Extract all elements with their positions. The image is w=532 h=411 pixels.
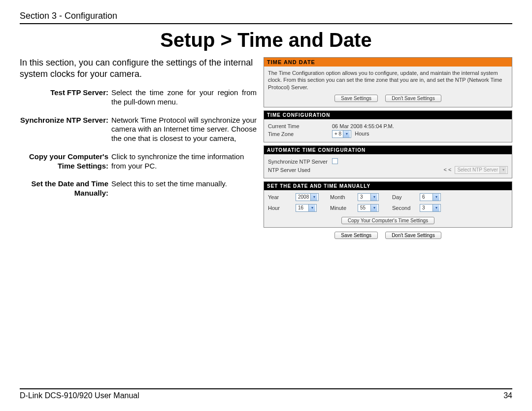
month-select[interactable]: 3▾ bbox=[358, 193, 379, 201]
time-zone-label: Time Zone bbox=[268, 131, 332, 137]
hours-label: Hours bbox=[355, 131, 369, 137]
year-select[interactable]: 2008▾ bbox=[296, 193, 319, 201]
ntp-arrows: < < bbox=[443, 167, 451, 172]
def-label: Set the Date and Time Manually: bbox=[20, 179, 108, 198]
second-select[interactable]: 3▾ bbox=[420, 204, 441, 212]
panel-auto-time-config: AUTOMATIC TIME CONFIGURATION Synchronize… bbox=[264, 145, 512, 178]
year-value: 2008 bbox=[298, 194, 309, 200]
header-rule bbox=[20, 23, 512, 24]
chevron-down-icon: ▾ bbox=[432, 194, 439, 201]
def-label: Test FTP Server: bbox=[20, 88, 108, 107]
footer-manual-name: D-Link DCS-910/920 User Manual bbox=[20, 391, 139, 400]
section-header: Section 3 - Configuration bbox=[20, 11, 512, 21]
panel-time-configuration: TIME CONFIGURATION Current Time 06 Mar 2… bbox=[264, 110, 512, 142]
ntp-server-placeholder: Select NTP Server bbox=[457, 167, 498, 172]
def-value: Select the time zone for your region fro… bbox=[111, 88, 257, 107]
intro-text: In this section, you can configure the s… bbox=[20, 57, 257, 79]
definition-list: Test FTP Server: Select the time zone fo… bbox=[20, 88, 257, 198]
panel-header-time-and-date: TIME AND DATE bbox=[264, 58, 512, 67]
minute-value: 55 bbox=[360, 205, 369, 210]
save-settings-button[interactable]: Save Settings bbox=[334, 95, 378, 102]
minute-label: Minute bbox=[330, 205, 358, 211]
time-zone-value: + 8 bbox=[334, 131, 341, 137]
second-value: 3 bbox=[422, 205, 431, 210]
dont-save-settings-button[interactable]: Don't Save Settings bbox=[385, 95, 441, 102]
panel-time-and-date: TIME AND DATE The Time Configuration opt… bbox=[264, 57, 512, 107]
def-label: Synchronize NTP Server: bbox=[20, 116, 108, 143]
panel-header-time-configuration: TIME CONFIGURATION bbox=[264, 111, 512, 119]
chevron-down-icon: ▾ bbox=[310, 194, 317, 201]
time-zone-select[interactable]: + 8 ▾ bbox=[332, 130, 351, 138]
chevron-down-icon: ▾ bbox=[308, 205, 315, 211]
footer-page-number: 34 bbox=[503, 391, 512, 400]
hour-select[interactable]: 16▾ bbox=[296, 204, 317, 212]
panel-manual-datetime: SET THE DATE AND TIME MANUALLY Year 2008… bbox=[264, 181, 512, 228]
def-label: Copy your Computer's Time Settings: bbox=[20, 152, 108, 171]
save-settings-button[interactable]: Save Settings bbox=[334, 232, 378, 239]
def-value: Network Time Protocol will synchronize y… bbox=[111, 116, 257, 143]
chevron-down-icon: ▾ bbox=[343, 131, 350, 137]
panel-header-auto-time-config: AUTOMATIC TIME CONFIGURATION bbox=[264, 146, 512, 154]
sync-ntp-checkbox[interactable] bbox=[332, 158, 338, 164]
current-time-label: Current Time bbox=[268, 123, 332, 129]
dont-save-settings-button[interactable]: Don't Save Settings bbox=[385, 232, 441, 239]
ntp-server-select[interactable]: Select NTP Server ▾ bbox=[455, 166, 508, 174]
hour-value: 16 bbox=[298, 205, 307, 210]
chevron-down-icon: ▾ bbox=[432, 205, 439, 211]
panel-header-manual-datetime: SET THE DATE AND TIME MANUALLY bbox=[264, 182, 512, 190]
chevron-down-icon: ▾ bbox=[499, 167, 506, 173]
sync-ntp-label: Synchronize NTP Server bbox=[268, 159, 332, 165]
minute-select[interactable]: 55▾ bbox=[358, 204, 379, 212]
hour-label: Hour bbox=[268, 205, 296, 211]
panel-description: The Time Configuration option allows you… bbox=[268, 69, 508, 91]
ntp-server-used-label: NTP Server Used bbox=[268, 167, 332, 173]
current-time-value: 06 Mar 2008 4:55:04 P.M. bbox=[332, 123, 394, 129]
day-label: Day bbox=[392, 194, 420, 200]
day-value: 6 bbox=[422, 194, 431, 200]
footer-rule bbox=[20, 388, 512, 389]
def-value: Select this to set the time manually. bbox=[111, 179, 257, 198]
copy-computer-time-button[interactable]: Copy Your Computer's Time Settings bbox=[341, 217, 434, 224]
def-value: Click to synchronize the time informatio… bbox=[111, 152, 257, 171]
chevron-down-icon: ▾ bbox=[370, 194, 377, 201]
chevron-down-icon: ▾ bbox=[370, 205, 377, 211]
year-label: Year bbox=[268, 194, 296, 200]
month-label: Month bbox=[330, 194, 358, 200]
page-title: Setup > Time and Date bbox=[20, 29, 512, 51]
month-value: 3 bbox=[360, 194, 369, 200]
day-select[interactable]: 6▾ bbox=[420, 193, 441, 201]
second-label: Second bbox=[392, 205, 420, 211]
